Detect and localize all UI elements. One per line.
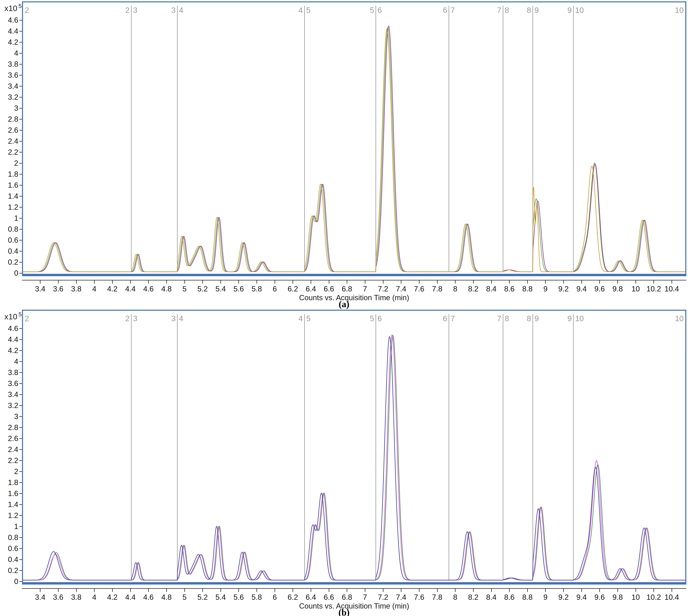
y-tick-mark <box>19 471 22 472</box>
x-tick-mark <box>275 588 275 592</box>
y-axis-a: 00.20.40.60.811.21.41.61.822.22.42.62.83… <box>0 1 22 276</box>
y-tick-label: 1.6 <box>1 489 18 498</box>
x-tick-mark <box>76 588 76 592</box>
y-tick-label: 1.4 <box>1 500 18 508</box>
x-tick-mark <box>112 588 113 592</box>
y-tick-label: 0.2 <box>1 567 18 575</box>
y-tick-mark <box>19 581 22 582</box>
x-tick-mark <box>419 280 420 284</box>
x-tick-mark <box>148 280 149 284</box>
y-tick-label: 0.8 <box>1 225 18 233</box>
y-tick-mark <box>19 207 22 207</box>
y-tick-mark <box>19 427 22 428</box>
trace-replicate-purple <box>23 26 685 272</box>
y-tick-label: 1.8 <box>1 170 18 178</box>
trace-replicate-gold <box>23 29 685 272</box>
x-tick-mark <box>238 280 239 284</box>
y-tick-label: 1.4 <box>1 192 18 200</box>
y-tick-mark <box>19 97 22 97</box>
y-tick-mark <box>19 64 22 64</box>
y-tick-mark <box>19 229 22 229</box>
y-tick-mark <box>19 526 22 527</box>
y-tick-label: 3.8 <box>1 368 18 376</box>
y-tick-mark <box>19 493 22 494</box>
y-tick-mark <box>19 559 22 560</box>
plot-area-a: 22334455667788991010 <box>22 1 686 276</box>
x-tick-mark <box>130 588 131 592</box>
y-tick-mark <box>19 20 22 20</box>
x-tick-mark <box>437 588 438 592</box>
chromatogram-svg-a: 22334455667788991010 <box>23 2 685 274</box>
y-tick-label: 1.6 <box>1 181 18 189</box>
y-tick-label: 2.8 <box>1 115 18 123</box>
segment-label: 2 <box>125 314 130 323</box>
x-tick-mark <box>455 588 456 592</box>
y-tick-label: 2.8 <box>1 423 18 432</box>
x-tick-mark <box>184 280 185 284</box>
y-tick-label: 3.2 <box>1 93 18 101</box>
y-tick-label: 0.2 <box>1 258 18 266</box>
segment-label: 6 <box>443 6 447 15</box>
segment-label: 7 <box>451 314 455 323</box>
y-tick-label: 4.6 <box>1 324 18 332</box>
x-tick-mark <box>202 280 203 284</box>
x-tick-mark <box>94 588 95 592</box>
y-tick-label: 2.6 <box>1 126 18 134</box>
x-tick-mark <box>58 280 59 284</box>
y-tick-label: 4 <box>1 49 18 57</box>
segment-label: 2 <box>25 314 29 323</box>
x-tick-mark <box>401 280 401 284</box>
segment-label: 4 <box>298 6 303 15</box>
x-tick-mark <box>671 588 672 592</box>
y-tick-label: 2.2 <box>1 456 18 464</box>
y-tick-label: 0 <box>1 269 18 277</box>
segment-label: 6 <box>378 314 382 323</box>
x-tick-mark <box>221 280 221 284</box>
segment-label: 2 <box>125 6 130 15</box>
x-tick-mark <box>292 588 293 592</box>
x-tick-mark <box>636 588 636 592</box>
x-axis-line <box>22 588 686 589</box>
y-tick-mark <box>19 548 22 549</box>
segment-label: 9 <box>535 6 539 15</box>
x-tick-mark <box>365 588 365 592</box>
x-tick-mark <box>221 588 221 592</box>
x-tick-mark <box>40 280 41 284</box>
x-tick-mark <box>257 280 257 284</box>
x-tick-mark <box>112 280 113 284</box>
x-tick-mark <box>167 588 167 592</box>
y-tick-label: 0.6 <box>1 236 18 244</box>
x-tick-mark <box>401 588 401 592</box>
x-axis-line <box>22 280 686 280</box>
y-tick-mark <box>19 251 22 251</box>
y-tick-mark <box>19 504 22 505</box>
trace-replicate-darkgreen <box>23 335 685 580</box>
x-tick-mark <box>636 280 636 284</box>
x-tick-mark <box>419 588 420 592</box>
trace-replicate-magenta <box>23 335 685 580</box>
y-tick-mark <box>19 328 22 329</box>
chromatogram-panel-b: x105 00.20.40.60.811.21.41.61.822.22.42.… <box>0 308 688 616</box>
x-tick-mark <box>473 280 474 284</box>
panel-label-b: (b) <box>0 607 688 616</box>
y-tick-mark <box>19 416 22 417</box>
x-axis-b: 3.43.63.844.24.44.64.855.25.45.65.866.26… <box>22 586 686 602</box>
y-tick-mark <box>19 196 22 196</box>
x-tick-mark <box>202 588 203 592</box>
y-tick-mark <box>19 383 22 384</box>
x-tick-mark <box>653 280 654 284</box>
y-tick-label: 4.4 <box>1 335 18 344</box>
segment-label: 4 <box>179 6 183 15</box>
x-tick-mark <box>509 588 510 592</box>
y-tick-mark <box>19 449 22 450</box>
x-tick-mark <box>94 280 95 284</box>
trace-replicate-green <box>23 28 685 272</box>
segment-label: 8 <box>505 314 509 323</box>
y-tick-mark <box>19 218 22 219</box>
y-tick-mark <box>19 141 22 141</box>
x-tick-mark <box>617 588 618 592</box>
x-tick-mark <box>148 588 149 592</box>
x-tick-mark <box>563 280 564 284</box>
x-tick-mark <box>184 588 185 592</box>
x-tick-mark <box>599 280 600 284</box>
